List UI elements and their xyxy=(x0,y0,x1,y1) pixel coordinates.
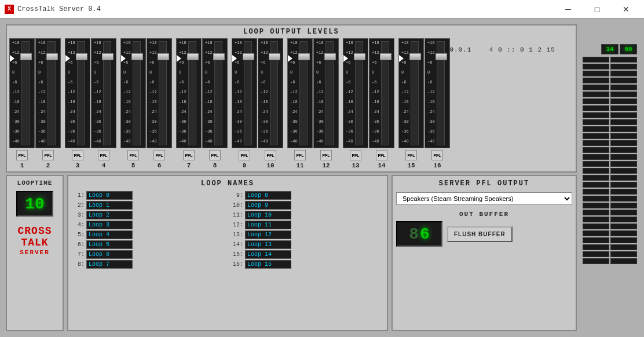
pfl-button-8[interactable]: PFL xyxy=(209,150,221,160)
fader-strip-5[interactable]: +18+12+60-6-12-18-24-30-36-40 xyxy=(120,38,146,148)
fader-handle-5[interactable] xyxy=(131,53,143,60)
pfl-button-15[interactable]: PFL xyxy=(405,150,417,160)
fader-strip-12[interactable]: +18+12+60-6-12-18-24-30-36-40 xyxy=(313,38,339,148)
loop-name-input-7[interactable] xyxy=(86,250,133,259)
loop-name-input-2[interactable] xyxy=(86,201,133,210)
fader-strip-9[interactable]: +18+12+60-6-12-18-24-30-36-40 xyxy=(232,38,257,148)
fader-strip-15[interactable]: +18+12+60-6-12-18-24-30-36-40 xyxy=(398,38,424,148)
vu-bar-26-1 xyxy=(610,237,637,243)
pfl-button-12[interactable]: PFL xyxy=(320,150,332,160)
fader-strip-13[interactable]: +18+12+60-6-12-18-24-30-36-40 xyxy=(343,38,368,148)
fader-handle-11[interactable] xyxy=(298,53,310,60)
loop-name-row-col1-3: 4: xyxy=(72,221,225,229)
fader-track-8 xyxy=(214,41,222,145)
vu-bar-9-1 xyxy=(610,119,637,125)
vu-bar-19-0 xyxy=(583,189,609,195)
pfl-button-6[interactable]: PFL xyxy=(153,150,165,160)
loop-name-input-3[interactable] xyxy=(86,211,133,219)
pfl-button-3[interactable]: PFL xyxy=(72,150,83,160)
fader-handle-4[interactable] xyxy=(102,53,114,60)
pfl-button-16[interactable]: PFL xyxy=(431,150,443,160)
pfl-button-14[interactable]: PFL xyxy=(376,150,387,160)
fader-handle-12[interactable] xyxy=(324,53,336,60)
fader-strip-14[interactable]: +18+12+60-6-12-18-24-30-36-40 xyxy=(369,38,394,148)
fader-handle-1[interactable] xyxy=(20,53,32,60)
fader-separator-4 xyxy=(284,38,286,169)
loop-name-input-4[interactable] xyxy=(86,221,133,229)
vu-bar-25-0 xyxy=(583,230,609,236)
fader-handle-7[interactable] xyxy=(187,53,199,60)
fader-strip-16[interactable]: +18+12+60-6-12-18-24-30-36-40 xyxy=(425,38,450,148)
loop-name-input-15[interactable] xyxy=(245,250,291,259)
loop-name-input-9[interactable] xyxy=(245,191,291,200)
loop-names-title: LOOP NAMES xyxy=(72,180,383,188)
fader-handle-13[interactable] xyxy=(354,53,365,60)
close-button[interactable]: ✕ xyxy=(613,1,639,18)
loop-name-input-6[interactable] xyxy=(86,240,133,249)
fader-handle-14[interactable] xyxy=(380,53,391,60)
fader-handle-6[interactable] xyxy=(158,53,169,60)
channel-number-2: 2 xyxy=(42,162,54,169)
loop-name-input-5[interactable] xyxy=(86,230,133,239)
vu-bar-7-1 xyxy=(610,105,637,111)
pfl-button-2[interactable]: PFL xyxy=(42,150,54,160)
vu-bar-row-18 xyxy=(579,182,637,188)
fader-handle-2[interactable] xyxy=(46,53,58,60)
flush-buffer-button[interactable]: FLUSH BUFFER xyxy=(447,226,513,242)
fader-handle-10[interactable] xyxy=(269,53,280,60)
loop-name-input-8[interactable] xyxy=(86,260,133,269)
pfl-button-4[interactable]: PFL xyxy=(98,150,109,160)
pfl-button-7[interactable]: PFL xyxy=(183,150,195,160)
main-content: 127.0.0.1 4 0 :: 0 1 2 15 14 60 LOOP OUT… xyxy=(0,19,644,337)
loop-name-row-col1-2: 3: xyxy=(72,211,225,219)
loop-name-row-col2-2: 11: xyxy=(230,211,383,219)
fader-group-5: +18+12+60-6-12-18-24-30-36-40PFL9+18+12+… xyxy=(232,38,286,169)
vu-bar-1-1 xyxy=(610,64,637,69)
maximize-button[interactable]: □ xyxy=(584,1,610,18)
vu-bar-23-1 xyxy=(610,217,637,222)
loop-name-input-10[interactable] xyxy=(245,201,291,210)
vu-bar-0-1 xyxy=(610,57,637,63)
fader-separator-0 xyxy=(61,38,64,169)
speaker-select[interactable]: Speakers (Steam Streaming Speakers) xyxy=(396,192,572,205)
fader-channel-2: +18+12+60-6-12-18-24-30-36-40PFL2 xyxy=(35,38,61,169)
fader-strip-6[interactable]: +18+12+60-6-12-18-24-30-36-40 xyxy=(147,38,172,148)
vu-bar-23-0 xyxy=(583,217,609,222)
fader-strip-1[interactable]: +18+12+60-6-12-18-24-30-36-40 xyxy=(9,38,35,148)
fader-strip-10[interactable]: +18+12+60-6-12-18-24-30-36-40 xyxy=(258,38,283,148)
fader-strip-7[interactable]: +18+12+60-6-12-18-24-30-36-40 xyxy=(176,38,202,148)
pfl-button-13[interactable]: PFL xyxy=(350,150,361,160)
loop-name-input-11[interactable] xyxy=(245,211,291,219)
pfl-button-10[interactable]: PFL xyxy=(265,150,276,160)
minimize-button[interactable]: ─ xyxy=(555,1,581,18)
loop-name-input-14[interactable] xyxy=(245,240,291,249)
loop-name-input-1[interactable] xyxy=(86,191,133,200)
vu-bar-27-0 xyxy=(583,244,609,250)
vu-bar-row-17 xyxy=(579,175,637,181)
fader-handle-16[interactable] xyxy=(436,53,447,60)
fader-group-4: +18+12+60-6-12-18-24-30-36-40PFL7+18+12+… xyxy=(176,38,230,169)
fader-strip-8[interactable]: +18+12+60-6-12-18-24-30-36-40 xyxy=(202,38,228,148)
fader-scale-6: +18+12+60-6-12-18-24-30-36-40 xyxy=(149,41,157,149)
pfl-button-5[interactable]: PFL xyxy=(127,150,139,160)
fader-handle-8[interactable] xyxy=(213,53,225,60)
loop-name-input-13[interactable] xyxy=(245,230,291,239)
vu-bar-row-20 xyxy=(579,196,637,202)
pfl-button-1[interactable]: PFL xyxy=(16,150,28,160)
vu-bar-row-29 xyxy=(579,258,637,264)
loop-name-input-16[interactable] xyxy=(245,260,291,269)
pfl-button-11[interactable]: PFL xyxy=(294,150,306,160)
fader-handle-3[interactable] xyxy=(76,53,87,60)
logo-talk: TALK xyxy=(17,237,52,249)
fader-group-1: +18+12+60-6-12-18-24-30-36-40PFL1+18+12+… xyxy=(9,38,64,169)
fader-strip-2[interactable]: +18+12+60-6-12-18-24-30-36-40 xyxy=(35,38,61,148)
fader-handle-9[interactable] xyxy=(243,53,254,60)
fader-handle-15[interactable] xyxy=(409,53,421,60)
loop-names-section: LOOP NAMES 1:9:2:10:3:11:4:12:5:13:6:14:… xyxy=(67,175,388,331)
fader-strip-3[interactable]: +18+12+60-6-12-18-24-30-36-40 xyxy=(65,38,90,148)
loop-name-input-12[interactable] xyxy=(245,221,291,229)
fader-strip-4[interactable]: +18+12+60-6-12-18-24-30-36-40 xyxy=(91,38,116,148)
fader-strip-11[interactable]: +18+12+60-6-12-18-24-30-36-40 xyxy=(287,38,313,148)
vu-bar-6-1 xyxy=(610,98,637,104)
pfl-button-9[interactable]: PFL xyxy=(239,150,250,160)
